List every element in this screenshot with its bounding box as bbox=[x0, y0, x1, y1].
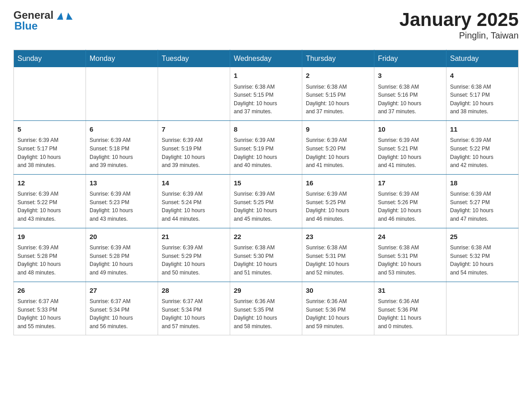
day-info: Sunrise: 6:38 AMSunset: 5:31 PMDaylight:… bbox=[378, 244, 442, 277]
day-info: Sunrise: 6:39 AMSunset: 5:26 PMDaylight:… bbox=[378, 190, 442, 223]
day-number: 7 bbox=[162, 124, 226, 135]
calendar-day-cell: 9Sunrise: 6:39 AMSunset: 5:20 PMDaylight… bbox=[302, 120, 374, 174]
calendar-day-cell: 11Sunrise: 6:39 AMSunset: 5:22 PMDayligh… bbox=[446, 120, 519, 174]
calendar-day-header: Sunday bbox=[14, 50, 86, 68]
calendar-day-cell bbox=[446, 282, 519, 335]
day-info: Sunrise: 6:36 AMSunset: 5:36 PMDaylight:… bbox=[306, 297, 370, 330]
day-number: 8 bbox=[234, 124, 298, 135]
day-info: Sunrise: 6:37 AMSunset: 5:34 PMDaylight:… bbox=[90, 297, 154, 330]
day-info: Sunrise: 6:39 AMSunset: 5:24 PMDaylight:… bbox=[162, 190, 226, 223]
calendar-day-header: Wednesday bbox=[230, 50, 302, 68]
calendar-day-header: Tuesday bbox=[158, 50, 230, 68]
calendar-day-cell: 19Sunrise: 6:39 AMSunset: 5:28 PMDayligh… bbox=[14, 228, 86, 282]
page-subtitle: Pinglin, Taiwan bbox=[399, 30, 519, 41]
day-number: 9 bbox=[306, 124, 370, 135]
day-number: 23 bbox=[306, 232, 370, 242]
calendar-day-header: Saturday bbox=[446, 50, 519, 68]
day-number: 5 bbox=[17, 124, 82, 135]
day-number: 20 bbox=[90, 232, 154, 242]
day-number: 14 bbox=[162, 178, 226, 188]
calendar-day-cell: 6Sunrise: 6:39 AMSunset: 5:18 PMDaylight… bbox=[86, 120, 158, 174]
calendar-day-cell: 16Sunrise: 6:39 AMSunset: 5:25 PMDayligh… bbox=[302, 174, 374, 228]
calendar-day-cell: 30Sunrise: 6:36 AMSunset: 5:36 PMDayligh… bbox=[302, 282, 374, 335]
calendar-week-row: 26Sunrise: 6:37 AMSunset: 5:33 PMDayligh… bbox=[14, 282, 519, 335]
day-number: 6 bbox=[90, 124, 154, 135]
logo-blue: Blue bbox=[14, 20, 73, 32]
day-info: Sunrise: 6:39 AMSunset: 5:25 PMDaylight:… bbox=[306, 190, 370, 223]
calendar-day-cell: 2Sunrise: 6:38 AMSunset: 5:15 PMDaylight… bbox=[302, 67, 374, 120]
calendar-day-cell: 21Sunrise: 6:39 AMSunset: 5:29 PMDayligh… bbox=[158, 228, 230, 282]
day-number: 16 bbox=[306, 178, 370, 188]
day-number: 25 bbox=[450, 232, 515, 242]
calendar-day-cell: 23Sunrise: 6:38 AMSunset: 5:31 PMDayligh… bbox=[302, 228, 374, 282]
day-number: 17 bbox=[378, 178, 442, 188]
calendar-day-cell: 17Sunrise: 6:39 AMSunset: 5:26 PMDayligh… bbox=[374, 174, 446, 228]
day-number: 3 bbox=[378, 71, 442, 81]
day-number: 13 bbox=[90, 178, 154, 188]
day-number: 22 bbox=[234, 232, 298, 242]
day-number: 26 bbox=[17, 286, 82, 296]
calendar-week-row: 12Sunrise: 6:39 AMSunset: 5:22 PMDayligh… bbox=[14, 174, 519, 228]
calendar-day-cell: 31Sunrise: 6:36 AMSunset: 5:36 PMDayligh… bbox=[374, 282, 446, 335]
day-number: 27 bbox=[90, 286, 154, 296]
day-number: 2 bbox=[306, 71, 370, 81]
calendar-day-cell: 1Sunrise: 6:38 AMSunset: 5:15 PMDaylight… bbox=[230, 67, 302, 120]
day-info: Sunrise: 6:39 AMSunset: 5:18 PMDaylight:… bbox=[90, 136, 154, 169]
day-info: Sunrise: 6:39 AMSunset: 5:20 PMDaylight:… bbox=[306, 136, 370, 169]
day-info: Sunrise: 6:39 AMSunset: 5:27 PMDaylight:… bbox=[450, 190, 515, 223]
calendar-day-cell: 18Sunrise: 6:39 AMSunset: 5:27 PMDayligh… bbox=[446, 174, 519, 228]
calendar-day-cell: 20Sunrise: 6:39 AMSunset: 5:28 PMDayligh… bbox=[86, 228, 158, 282]
calendar-day-cell: 22Sunrise: 6:38 AMSunset: 5:30 PMDayligh… bbox=[230, 228, 302, 282]
calendar-header-row: SundayMondayTuesdayWednesdayThursdayFrid… bbox=[14, 50, 519, 68]
day-number: 10 bbox=[378, 124, 442, 135]
day-number: 4 bbox=[450, 71, 515, 81]
calendar-day-cell: 24Sunrise: 6:38 AMSunset: 5:31 PMDayligh… bbox=[374, 228, 446, 282]
calendar-day-cell: 26Sunrise: 6:37 AMSunset: 5:33 PMDayligh… bbox=[14, 282, 86, 335]
day-number: 31 bbox=[378, 286, 442, 296]
day-info: Sunrise: 6:39 AMSunset: 5:17 PMDaylight:… bbox=[17, 136, 82, 169]
calendar-day-cell: 14Sunrise: 6:39 AMSunset: 5:24 PMDayligh… bbox=[158, 174, 230, 228]
day-info: Sunrise: 6:39 AMSunset: 5:19 PMDaylight:… bbox=[234, 136, 298, 169]
day-number: 1 bbox=[234, 71, 298, 81]
calendar-day-cell bbox=[14, 67, 86, 120]
calendar-week-row: 5Sunrise: 6:39 AMSunset: 5:17 PMDaylight… bbox=[14, 120, 519, 174]
day-info: Sunrise: 6:39 AMSunset: 5:22 PMDaylight:… bbox=[450, 136, 515, 169]
day-info: Sunrise: 6:39 AMSunset: 5:19 PMDaylight:… bbox=[162, 136, 226, 169]
calendar-week-row: 19Sunrise: 6:39 AMSunset: 5:28 PMDayligh… bbox=[14, 228, 519, 282]
calendar-day-cell: 27Sunrise: 6:37 AMSunset: 5:34 PMDayligh… bbox=[86, 282, 158, 335]
calendar-day-cell: 15Sunrise: 6:39 AMSunset: 5:25 PMDayligh… bbox=[230, 174, 302, 228]
day-number: 18 bbox=[450, 178, 515, 188]
logo: General Blue bbox=[13, 9, 73, 32]
calendar-day-cell: 12Sunrise: 6:39 AMSunset: 5:22 PMDayligh… bbox=[14, 174, 86, 228]
calendar-day-cell: 4Sunrise: 6:38 AMSunset: 5:17 PMDaylight… bbox=[446, 67, 519, 120]
calendar-day-cell: 7Sunrise: 6:39 AMSunset: 5:19 PMDaylight… bbox=[158, 120, 230, 174]
page-title: January 2025 bbox=[399, 9, 519, 30]
day-number: 12 bbox=[17, 178, 82, 188]
day-info: Sunrise: 6:38 AMSunset: 5:15 PMDaylight:… bbox=[234, 83, 298, 116]
calendar-day-cell: 25Sunrise: 6:38 AMSunset: 5:32 PMDayligh… bbox=[446, 228, 519, 282]
day-info: Sunrise: 6:38 AMSunset: 5:32 PMDaylight:… bbox=[450, 244, 515, 277]
day-number: 29 bbox=[234, 286, 298, 296]
title-block: January 2025 Pinglin, Taiwan bbox=[399, 9, 519, 41]
calendar-day-cell: 28Sunrise: 6:37 AMSunset: 5:34 PMDayligh… bbox=[158, 282, 230, 335]
day-info: Sunrise: 6:39 AMSunset: 5:28 PMDaylight:… bbox=[17, 244, 82, 277]
day-info: Sunrise: 6:38 AMSunset: 5:31 PMDaylight:… bbox=[306, 244, 370, 277]
day-number: 15 bbox=[234, 178, 298, 188]
day-number: 21 bbox=[162, 232, 226, 242]
day-info: Sunrise: 6:37 AMSunset: 5:34 PMDaylight:… bbox=[162, 297, 226, 330]
day-info: Sunrise: 6:39 AMSunset: 5:22 PMDaylight:… bbox=[17, 190, 82, 223]
calendar-day-cell: 8Sunrise: 6:39 AMSunset: 5:19 PMDaylight… bbox=[230, 120, 302, 174]
calendar-day-cell bbox=[86, 67, 158, 120]
day-info: Sunrise: 6:39 AMSunset: 5:21 PMDaylight:… bbox=[378, 136, 442, 169]
day-number: 11 bbox=[450, 124, 515, 135]
day-info: Sunrise: 6:39 AMSunset: 5:23 PMDaylight:… bbox=[90, 190, 154, 223]
day-number: 19 bbox=[17, 232, 82, 242]
day-info: Sunrise: 6:38 AMSunset: 5:15 PMDaylight:… bbox=[306, 83, 370, 116]
calendar-day-cell: 29Sunrise: 6:36 AMSunset: 5:35 PMDayligh… bbox=[230, 282, 302, 335]
page-header: General Blue January 2025 Pinglin, Taiwa… bbox=[13, 9, 519, 41]
day-number: 30 bbox=[306, 286, 370, 296]
calendar-week-row: 1Sunrise: 6:38 AMSunset: 5:15 PMDaylight… bbox=[14, 67, 519, 120]
calendar-day-header: Thursday bbox=[302, 50, 374, 68]
day-info: Sunrise: 6:39 AMSunset: 5:28 PMDaylight:… bbox=[90, 244, 154, 277]
day-info: Sunrise: 6:36 AMSunset: 5:35 PMDaylight:… bbox=[234, 297, 298, 330]
